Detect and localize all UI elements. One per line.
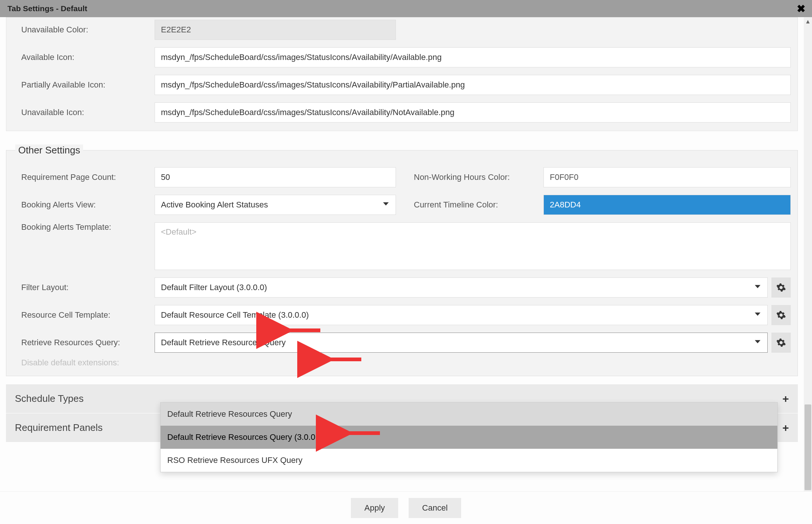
gear-icon	[776, 283, 786, 292]
resource-cell-gear-button[interactable]	[771, 305, 791, 325]
dialog-title: Tab Settings - Default	[7, 4, 87, 13]
unavailable-color-field[interactable]: E2E2E2	[155, 20, 396, 40]
dropdown-option[interactable]: Default Retrieve Resources Query (3.0.0.…	[161, 426, 777, 449]
partial-icon-label: Partially Available Icon:	[13, 80, 155, 90]
plus-icon: +	[782, 393, 789, 405]
filter-layout-gear-button[interactable]	[771, 277, 791, 298]
partial-icon-input[interactable]	[155, 75, 791, 95]
dropdown-option[interactable]: Default Retrieve Resources Query	[161, 403, 777, 426]
chevron-down-icon	[753, 337, 762, 349]
retrieve-query-gear-button[interactable]	[771, 333, 791, 353]
dialog-body: Unavailable Color: E2E2E2 Available Icon…	[0, 17, 804, 491]
resource-cell-select[interactable]: Default Resource Cell Template (3.0.0.0)	[155, 305, 768, 325]
unavailable-color-label: Unavailable Color:	[13, 25, 155, 35]
available-icon-input[interactable]	[155, 47, 791, 67]
alerts-template-textarea[interactable]: <Default>	[155, 222, 791, 270]
dialog-footer: Apply Cancel	[0, 491, 812, 524]
availability-group: Unavailable Color: E2E2E2 Available Icon…	[6, 17, 798, 131]
nonworking-color-label: Non-Working Hours Color:	[406, 172, 543, 182]
other-settings-legend: Other Settings	[15, 145, 83, 156]
dropdown-option[interactable]: RSO Retrieve Resources UFX Query	[161, 449, 777, 472]
vertical-scrollbar[interactable]: ▲	[804, 17, 812, 491]
req-page-count-label: Requirement Page Count:	[13, 172, 155, 182]
alerts-template-label: Booking Alerts Template:	[13, 222, 155, 232]
gear-icon	[776, 338, 786, 347]
unavailable-icon-label: Unavailable Icon:	[13, 108, 155, 117]
gear-icon	[776, 310, 786, 320]
chevron-down-icon	[753, 282, 762, 293]
dialog-root: Tab Settings - Default ✖ ▲ Unavailable C…	[0, 0, 812, 524]
alerts-view-label: Booking Alerts View:	[13, 200, 155, 210]
plus-icon: +	[782, 422, 789, 434]
nonworking-color-field[interactable]: F0F0F0	[543, 167, 791, 187]
timeline-color-field[interactable]: 2A8DD4	[543, 195, 791, 215]
retrieve-query-select[interactable]: Default Retrieve Resources Query	[155, 333, 768, 353]
resource-cell-label: Resource Cell Template:	[13, 310, 155, 320]
scroll-up-icon[interactable]: ▲	[804, 17, 812, 26]
other-settings-group: Other Settings Requirement Page Count: N…	[6, 145, 798, 376]
titlebar: Tab Settings - Default ✖	[0, 0, 812, 17]
req-page-count-input[interactable]	[155, 167, 396, 187]
unavailable-icon-input[interactable]	[155, 102, 791, 123]
close-icon[interactable]: ✖	[797, 3, 805, 15]
apply-button[interactable]: Apply	[351, 498, 398, 518]
cancel-button[interactable]: Cancel	[409, 498, 461, 518]
scrollbar-thumb[interactable]	[805, 404, 811, 490]
retrieve-query-dropdown: Default Retrieve Resources Query Default…	[160, 402, 778, 472]
available-icon-label: Available Icon:	[13, 53, 155, 62]
filter-layout-label: Filter Layout:	[13, 283, 155, 292]
timeline-color-label: Current Timeline Color:	[406, 200, 543, 210]
disable-ext-label: Disable default extensions:	[13, 358, 155, 368]
filter-layout-select[interactable]: Default Filter Layout (3.0.0.0)	[155, 277, 768, 298]
chevron-down-icon	[381, 199, 391, 211]
alerts-view-select[interactable]: Active Booking Alert Statuses	[155, 195, 396, 215]
retrieve-query-label: Retrieve Resources Query:	[13, 338, 155, 347]
chevron-down-icon	[753, 309, 762, 321]
